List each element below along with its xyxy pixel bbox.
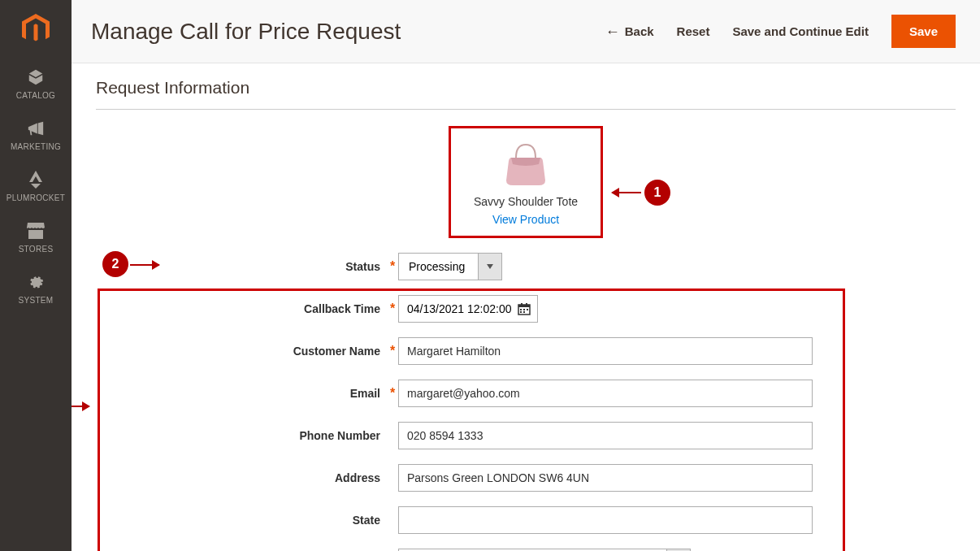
product-name: Savvy Shoulder Tote — [474, 195, 578, 208]
calendar-icon[interactable] — [518, 302, 531, 315]
svg-rect-6 — [527, 309, 528, 310]
header-actions: ← Back Reset Save and Continue Edit Save — [605, 15, 956, 48]
status-select[interactable]: Processing — [398, 253, 502, 280]
customer-label: Customer Name — [275, 345, 387, 358]
required-asterisk: * — [387, 302, 398, 316]
callback-value: 04/13/2021 12:02:00 — [399, 302, 518, 315]
back-arrow-icon: ← — [605, 24, 620, 39]
callback-input[interactable]: 04/13/2021 12:02:00 — [398, 295, 538, 323]
required-asterisk: * — [387, 259, 398, 274]
address-row: Address * — [275, 464, 845, 492]
state-label: State — [275, 514, 387, 527]
required-asterisk: * — [387, 344, 398, 358]
nav-system[interactable]: SYSTEM — [0, 263, 72, 315]
phone-row: Phone Number * — [275, 422, 845, 449]
save-continue-button[interactable]: Save and Continue Edit — [732, 24, 869, 38]
email-row: Email * — [275, 380, 845, 407]
svg-rect-1 — [518, 305, 530, 307]
magento-logo[interactable] — [0, 0, 72, 59]
view-product-link[interactable]: View Product — [492, 213, 559, 226]
magento-logo-icon — [22, 14, 50, 45]
svg-rect-3 — [526, 303, 527, 306]
annotation-marker-1: 1 — [644, 180, 670, 206]
back-label: Back — [625, 24, 654, 38]
page-title: Manage Call for Price Request — [91, 19, 401, 45]
nav-label: MARKETING — [11, 142, 61, 151]
chevron-down-icon — [487, 264, 493, 269]
address-input[interactable] — [398, 464, 813, 492]
svg-rect-7 — [520, 311, 522, 313]
product-image — [497, 138, 554, 190]
nav-label: SYSTEM — [19, 296, 54, 305]
required-asterisk: * — [387, 386, 398, 401]
status-label: Status — [275, 260, 387, 273]
content: Request Information Savvy Shoulder Tote … — [72, 63, 980, 551]
page-header: Manage Call for Price Request ← Back Res… — [72, 0, 980, 63]
request-form: 2 Status * Processing 3 — [275, 253, 845, 551]
section-title: Request Information — [96, 78, 956, 110]
cube-icon — [25, 67, 46, 88]
annotation-arrow-2 — [130, 264, 159, 266]
phone-input[interactable] — [398, 422, 813, 449]
status-row: Status * Processing — [275, 253, 845, 280]
email-input[interactable] — [398, 380, 813, 407]
plumrocket-icon — [25, 169, 46, 190]
megaphone-icon — [25, 118, 46, 139]
gear-icon — [25, 271, 46, 293]
state-input[interactable] — [398, 506, 813, 534]
callback-row: Callback Time * 04/13/2021 12:02:00 — [275, 295, 845, 323]
status-dropdown-button[interactable] — [478, 253, 502, 280]
back-button[interactable]: ← Back — [605, 24, 654, 39]
nav-stores[interactable]: STORES — [0, 212, 72, 263]
nav-label: STORES — [19, 245, 54, 254]
save-button[interactable]: Save — [891, 15, 956, 48]
status-value: Processing — [398, 253, 478, 280]
callback-label: Callback Time — [275, 302, 387, 315]
svg-rect-5 — [523, 309, 525, 310]
customer-input[interactable] — [398, 337, 813, 365]
nav-label: PLUMROCKET — [7, 193, 65, 202]
nav-catalog[interactable]: CATALOG — [0, 59, 72, 110]
phone-label: Phone Number — [275, 429, 387, 442]
address-label: Address — [275, 471, 387, 484]
product-preview: Savvy Shoulder Tote View Product — [449, 126, 603, 238]
state-row: State * — [275, 506, 845, 534]
svg-rect-4 — [520, 309, 522, 310]
nav-plumrocket[interactable]: PLUMROCKET — [0, 161, 72, 212]
nav-marketing[interactable]: MARKETING — [0, 110, 72, 161]
customer-row: Customer Name * — [275, 337, 845, 365]
annotation-arrow-1 — [612, 192, 641, 193]
annotation-marker-2: 2 — [102, 251, 128, 277]
reset-button[interactable]: Reset — [677, 24, 710, 38]
svg-rect-2 — [521, 303, 523, 306]
email-label: Email — [275, 387, 387, 400]
svg-rect-8 — [523, 311, 525, 313]
admin-sidebar: CATALOG MARKETING PLUMROCKET STORES SYST… — [0, 0, 72, 551]
nav-label: CATALOG — [16, 91, 55, 100]
main-area: Manage Call for Price Request ← Back Res… — [72, 0, 980, 551]
annotation-arrow-3 — [72, 406, 89, 407]
store-icon — [25, 220, 46, 241]
